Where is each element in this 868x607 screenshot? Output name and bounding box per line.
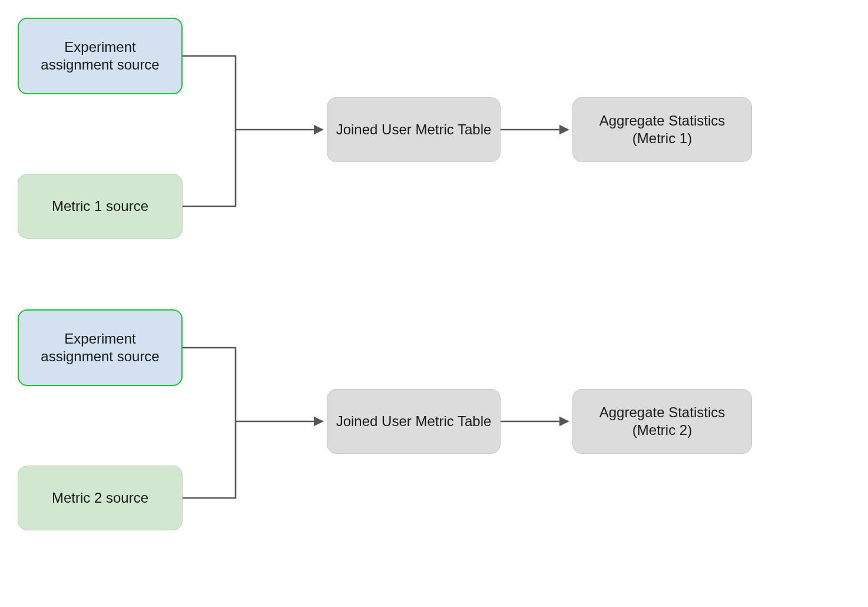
edge-metric-to-merge-1 [183, 130, 236, 206]
edge-metric-to-merge-2 [183, 421, 236, 498]
aggregate-label-2: Aggregate Statistics (Metric 2) [581, 404, 743, 439]
experiment-source-node-2: Experiment assignment source [18, 309, 183, 386]
diagram-canvas: Experiment assignment source Metric 1 so… [0, 0, 868, 607]
join-node-2: Joined User Metric Table [327, 389, 501, 454]
join-node-1: Joined User Metric Table [327, 97, 501, 162]
metric-source-node-2: Metric 2 source [18, 466, 183, 530]
metric-source-label-1: Metric 1 source [52, 197, 148, 215]
experiment-source-label-1: Experiment assignment source [27, 38, 173, 74]
aggregate-label-1: Aggregate Statistics (Metric 1) [581, 112, 743, 147]
experiment-source-label-2: Experiment assignment source [27, 330, 173, 365]
join-label-1: Joined User Metric Table [336, 121, 492, 138]
aggregate-node-2: Aggregate Statistics (Metric 2) [572, 389, 752, 454]
aggregate-node-1: Aggregate Statistics (Metric 1) [572, 97, 752, 162]
edge-exp-to-merge-2 [183, 348, 236, 421]
join-label-2: Joined User Metric Table [336, 413, 492, 430]
metric-source-label-2: Metric 2 source [52, 489, 148, 507]
edge-exp-to-merge-1 [183, 56, 236, 130]
metric-source-node-1: Metric 1 source [18, 174, 183, 239]
experiment-source-node-1: Experiment assignment source [18, 18, 183, 94]
